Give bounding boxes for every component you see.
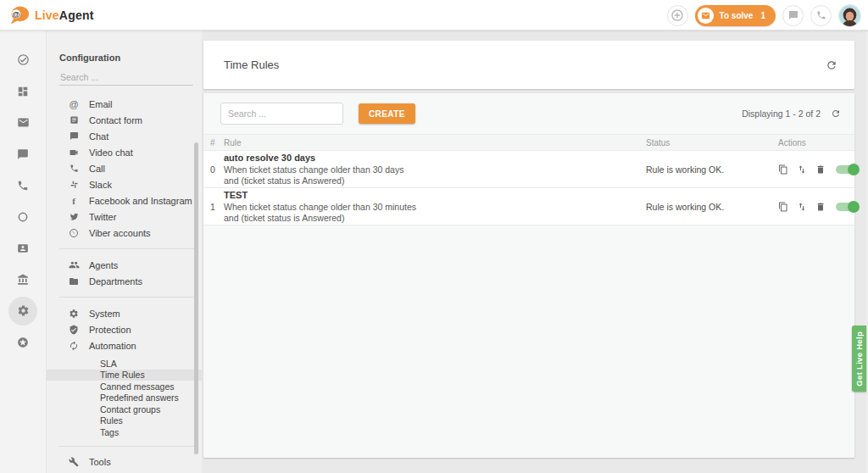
rail-item-dashboard[interactable] [8, 75, 39, 107]
rule-status: Rule is working OK. [646, 164, 778, 175]
dashboard-icon [17, 86, 29, 97]
rule-enabled-toggle[interactable] [836, 165, 858, 174]
rule-condition: and (ticket status is Answered) [224, 175, 646, 186]
sidebar-item-contact-form[interactable]: Contact form [47, 112, 202, 128]
sidebar-item-facebook-instagram[interactable]: fFacebook and Instagram [47, 192, 202, 209]
rule-enabled-toggle[interactable] [836, 203, 858, 211]
rail-item-tickets[interactable] [8, 44, 39, 75]
rail-item-call[interactable] [8, 170, 39, 201]
icon-rail [0, 31, 47, 473]
rail-item-starred[interactable] [8, 326, 39, 358]
sidebar-item-time-rules[interactable]: Time Rules [47, 370, 202, 381]
copy-rule-button[interactable] [778, 202, 788, 212]
toggle-knob [848, 164, 860, 175]
displaying-count: Displaying 1 - 2 of 2 [742, 109, 821, 119]
refresh-button[interactable] [826, 59, 837, 71]
mail-icon [17, 116, 30, 129]
sidebar-item-contact-groups[interactable]: Contact groups [47, 403, 202, 415]
rail-item-online[interactable] [8, 201, 39, 232]
copy-icon [778, 202, 788, 212]
chats-button[interactable] [782, 5, 804, 26]
rule-condition: When ticket status change older than 30 … [224, 164, 646, 175]
sidebar-divider [59, 446, 195, 447]
get-live-help-label: Get Live Help [854, 331, 864, 387]
at-icon: @ [68, 99, 80, 109]
form-icon [68, 115, 80, 125]
liveagent-logo[interactable]: @ LiveAgent [8, 5, 94, 25]
table-row[interactable]: 0 auto resolve 30 days When ticket statu… [203, 151, 854, 188]
table-row[interactable]: 1 TEST When ticket status change older t… [203, 188, 854, 225]
logo-bubble-icon: @ [8, 5, 31, 25]
trash-icon [815, 202, 826, 212]
sidebar-item-canned-messages[interactable]: Canned messages [47, 381, 202, 392]
plus-circle-icon [670, 8, 684, 22]
delete-rule-button[interactable] [815, 202, 826, 212]
to-solve-label: To solve [720, 11, 754, 20]
rule-title: auto resolve 30 days [224, 153, 646, 163]
refresh-icon [831, 109, 841, 119]
sidebar-search-input[interactable] [59, 70, 193, 86]
grid-search-input[interactable] [220, 103, 343, 125]
top-bar: @ LiveAgent To solve 1 [0, 0, 868, 31]
toggle-knob [848, 201, 860, 213]
rail-item-contacts[interactable] [8, 232, 39, 264]
sidebar-item-sla[interactable]: SLA [47, 358, 202, 370]
create-button[interactable]: CREATE [359, 103, 415, 124]
sidebar-item-video-chat[interactable]: Video chat [47, 144, 202, 160]
get-live-help-tab[interactable]: Get Live Help [852, 326, 866, 392]
sidebar-item-viber[interactable]: Viber accounts [47, 225, 202, 241]
grid-refresh-button[interactable] [831, 109, 841, 119]
import-export-icon [797, 202, 807, 212]
page-header-card: Time Rules [203, 41, 854, 89]
reorder-rule-button[interactable] [797, 164, 807, 175]
sidebar-item-automation[interactable]: Automation [47, 337, 202, 353]
sidebar-item-email[interactable]: @Email [47, 96, 202, 112]
add-button[interactable] [667, 5, 688, 26]
phone-icon [17, 180, 29, 192]
wrench-icon [68, 457, 80, 467]
time-rules-card: CREATE Displaying 1 - 2 of 2 # Rule Stat… [203, 93, 854, 458]
rule-status: Rule is working OK. [646, 202, 778, 212]
sidebar-scrollbar[interactable] [194, 142, 198, 454]
rail-item-chat[interactable] [8, 138, 39, 170]
sidebar-item-tools[interactable]: Tools [47, 454, 202, 470]
sidebar-item-chat[interactable]: Chat [47, 128, 202, 144]
to-solve-count: 1 [760, 11, 765, 20]
phone-icon [816, 10, 826, 20]
sidebar-item-protection[interactable]: Protection [47, 321, 202, 337]
column-rule: Rule [224, 138, 646, 147]
sidebar-item-twitter[interactable]: Twitter [47, 209, 202, 225]
rule-index: 0 [203, 164, 224, 175]
sidebar-item-departments[interactable]: Departments [47, 273, 202, 289]
sidebar-item-call[interactable]: Call [47, 160, 202, 176]
rule-index: 1 [203, 202, 224, 212]
sidebar-item-predefined-answers[interactable]: Predefined answers [47, 392, 202, 404]
bank-icon [17, 274, 29, 286]
reorder-rule-button[interactable] [797, 202, 807, 212]
user-avatar[interactable] [838, 4, 861, 27]
sidebar-title: Configuration [59, 53, 202, 63]
rule-condition: and (ticket status is Answered) [224, 213, 646, 224]
delete-rule-button[interactable] [815, 164, 826, 175]
sidebar-divider [59, 248, 195, 249]
shield-icon [68, 325, 80, 335]
to-solve-button[interactable]: To solve 1 [695, 5, 776, 26]
rail-item-settings[interactable] [8, 295, 39, 326]
calls-button[interactable] [810, 5, 832, 26]
brand-name: LiveAgent [35, 8, 94, 22]
rail-item-company[interactable] [8, 264, 39, 295]
chat-icon [68, 131, 80, 141]
videocam-icon [68, 147, 80, 158]
configuration-sidebar: Configuration @Email Contact form Chat V… [47, 31, 202, 473]
column-hash: # [203, 138, 224, 147]
sidebar-item-slack[interactable]: Slack [47, 176, 202, 192]
sidebar-item-system[interactable]: System [47, 305, 202, 321]
sidebar-item-rules[interactable]: Rules [47, 415, 202, 427]
phone-icon [68, 164, 80, 173]
sidebar-divider [59, 297, 195, 298]
rail-item-mail[interactable] [8, 107, 39, 138]
sidebar-item-tags[interactable]: Tags [47, 426, 202, 438]
copy-rule-button[interactable] [778, 164, 788, 175]
gear-icon [17, 304, 30, 317]
sidebar-item-agents[interactable]: Agents [47, 257, 202, 273]
